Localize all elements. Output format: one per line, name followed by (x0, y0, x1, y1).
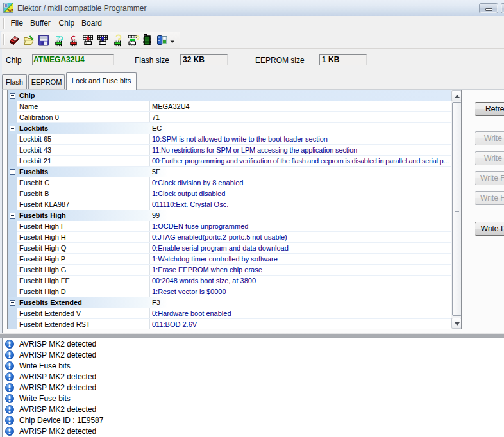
svg-text:AVR: AVR (8, 9, 13, 12)
svg-text:B: B (4, 4, 7, 8)
